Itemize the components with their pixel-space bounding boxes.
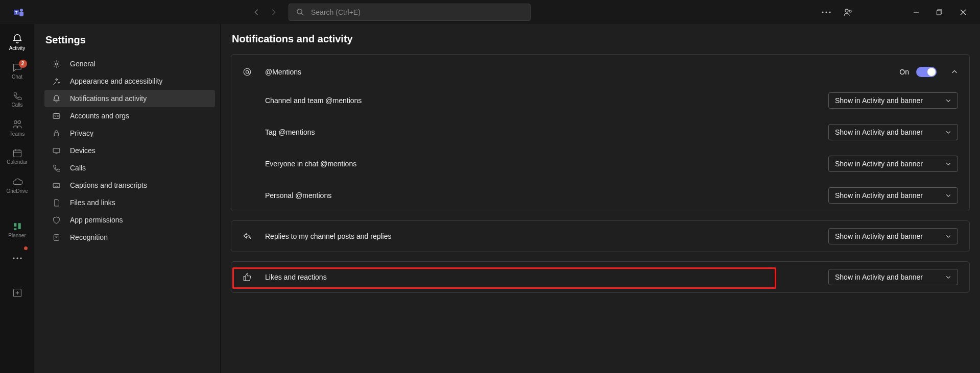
rail-planner-label: Planner: [8, 233, 26, 238]
monitor-icon: [52, 146, 61, 155]
bell-icon: [12, 33, 23, 44]
settings-item-files[interactable]: Files and links: [44, 194, 215, 211]
select-personal-mentions[interactable]: Show in Activity and banner: [828, 187, 958, 204]
chat-icon: 2: [12, 62, 23, 73]
maximize-button[interactable]: [928, 2, 951, 22]
svg-point-16: [17, 120, 20, 123]
planner-icon: [12, 221, 22, 232]
select-likes[interactable]: Show in Activity and banner: [828, 269, 958, 285]
svg-point-21: [13, 257, 14, 259]
mentions-card: @Mentions On Channel and team @mentions …: [231, 54, 970, 211]
select-value: Show in Activity and banner: [835, 96, 923, 105]
row-label: Everyone in chat @mentions: [265, 160, 356, 168]
settings-item-devices[interactable]: Devices: [44, 142, 215, 159]
close-button[interactable]: [951, 2, 975, 22]
chevron-down-icon: [945, 233, 951, 239]
svg-rect-32: [54, 133, 59, 136]
content-area: Notifications and activity @Mentions On: [221, 24, 980, 373]
row-tag-mentions: Tag @mentions Show in Activity and banne…: [265, 124, 958, 140]
chat-badge: 2: [19, 60, 27, 68]
select-replies[interactable]: Show in Activity and banner: [828, 228, 958, 244]
rail-calls[interactable]: Calls: [1, 85, 34, 113]
svg-point-40: [246, 70, 248, 73]
row-label: Tag @mentions: [265, 128, 315, 136]
chevron-down-icon: [945, 129, 951, 135]
rail-calls-label: Calls: [11, 102, 22, 108]
rail-more[interactable]: [1, 244, 34, 272]
row-personal-mentions: Personal @mentions Show in Activity and …: [265, 187, 958, 204]
shield-icon: [52, 216, 61, 225]
svg-rect-17: [13, 150, 21, 157]
account-area[interactable]: [858, 2, 904, 22]
rail-chat[interactable]: 2 Chat: [1, 57, 34, 84]
rail-onedrive[interactable]: OneDrive: [1, 171, 34, 198]
settings-item-label: Privacy: [70, 129, 93, 137]
more-options-button[interactable]: [816, 2, 837, 22]
page-title: Notifications and activity: [231, 33, 970, 45]
likes-card: Likes and reactions Show in Activity and…: [231, 261, 970, 293]
thumbs-up-icon: [243, 272, 265, 282]
rail-calendar-label: Calendar: [7, 159, 28, 165]
settings-item-recognition[interactable]: Recognition: [44, 229, 215, 246]
svg-text:T: T: [15, 10, 18, 15]
settings-item-label: Recognition: [70, 233, 108, 241]
chevron-down-icon: [945, 192, 951, 198]
mentions-toggle[interactable]: [916, 67, 937, 77]
svg-point-3: [297, 9, 302, 14]
back-button[interactable]: [248, 4, 265, 21]
forward-button[interactable]: [265, 4, 282, 21]
badge-icon: [52, 233, 61, 242]
settings-item-captions[interactable]: CC Captions and transcripts: [44, 177, 215, 194]
svg-point-2: [20, 9, 23, 12]
likes-label: Likes and reactions: [265, 273, 327, 281]
settings-item-app-permissions[interactable]: App permissions: [44, 211, 215, 229]
mentions-label: @Mentions: [265, 68, 301, 76]
chevron-down-icon: [945, 97, 951, 104]
row-label: Channel and team @mentions: [265, 96, 362, 105]
svg-point-15: [14, 120, 16, 123]
settings-item-general[interactable]: General: [44, 55, 215, 72]
svg-rect-33: [53, 148, 60, 153]
teams-icon: [12, 119, 23, 130]
lock-icon: [52, 129, 61, 138]
chevron-up-icon[interactable]: [951, 68, 958, 76]
svg-point-7: [829, 11, 830, 13]
settings-item-accounts[interactable]: Accounts and orgs: [44, 107, 215, 125]
select-tag-mentions[interactable]: Show in Activity and banner: [828, 124, 958, 140]
select-channel-team-mentions[interactable]: Show in Activity and banner: [828, 92, 958, 109]
at-icon: [243, 67, 265, 77]
more-icon: [13, 257, 22, 259]
rail-planner[interactable]: Planner: [1, 216, 34, 243]
rail-teams[interactable]: Teams: [1, 114, 34, 141]
rail-activity[interactable]: Activity: [1, 28, 34, 56]
settings-item-label: Accounts and orgs: [70, 112, 129, 120]
select-everyone-mentions[interactable]: Show in Activity and banner: [828, 156, 958, 172]
sparkle-icon: [52, 77, 61, 86]
minimize-button[interactable]: [904, 2, 928, 22]
settings-item-label: Devices: [70, 146, 95, 155]
rail-calendar[interactable]: Calendar: [1, 142, 34, 170]
chevron-down-icon: [945, 274, 951, 280]
settings-item-notifications[interactable]: Notifications and activity: [44, 90, 215, 107]
id-card-icon: [52, 112, 61, 120]
rail-teams-label: Teams: [10, 131, 25, 137]
select-value: Show in Activity and banner: [835, 160, 923, 168]
svg-point-22: [16, 257, 18, 259]
select-value: Show in Activity and banner: [835, 128, 923, 136]
svg-rect-12: [937, 11, 941, 15]
toggle-state-text: On: [899, 68, 909, 76]
settings-item-calls[interactable]: Calls: [44, 159, 215, 177]
cc-icon: CC: [52, 181, 61, 190]
app-rail: Activity 2 Chat Calls Teams Calendar: [0, 24, 34, 373]
bell-icon: [52, 94, 61, 103]
search-box[interactable]: [289, 4, 531, 21]
people-icon[interactable]: [837, 2, 858, 22]
settings-item-appearance[interactable]: Appearance and accessibility: [44, 72, 215, 90]
svg-point-9: [849, 10, 851, 12]
notification-dot-icon: [24, 246, 28, 250]
settings-item-privacy[interactable]: Privacy: [44, 125, 215, 142]
search-input[interactable]: [311, 8, 523, 16]
file-icon: [52, 198, 61, 207]
rail-apps[interactable]: [1, 279, 34, 307]
rail-activity-label: Activity: [9, 45, 26, 51]
